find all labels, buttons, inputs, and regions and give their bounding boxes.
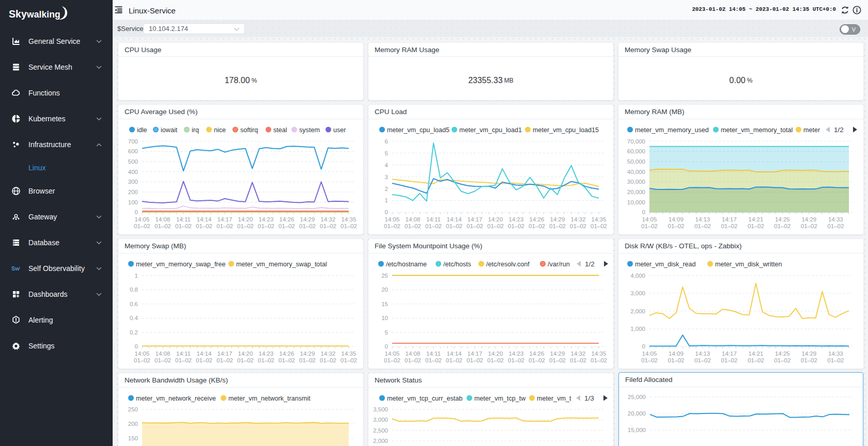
svg-text:01–02: 01–02: [529, 357, 545, 363]
svg-text:meter_vm_tcp_tw: meter_vm_tcp_tw: [474, 395, 526, 402]
svg-text:10,000: 10,000: [627, 199, 645, 205]
svg-text:01–02: 01–02: [641, 223, 658, 229]
svg-text:14:20: 14:20: [488, 216, 503, 222]
svg-text:25: 25: [381, 273, 388, 279]
svg-text:14:05: 14:05: [135, 216, 150, 222]
svg-text:2,500: 2,500: [373, 427, 388, 434]
svg-text:2,000: 2,000: [630, 308, 645, 314]
svg-text:01–02: 01–02: [549, 223, 566, 229]
svg-text:70,000: 70,000: [627, 138, 645, 145]
svg-text:14:25: 14:25: [775, 216, 790, 222]
svg-text:meter_vm_memory_swap_total: meter_vm_memory_swap_total: [236, 261, 327, 268]
svg-text:14:08: 14:08: [406, 216, 421, 222]
svg-text:14:17: 14:17: [722, 216, 737, 222]
svg-text:0: 0: [642, 209, 645, 215]
svg-text:0.6: 0.6: [130, 301, 138, 307]
svg-text:5: 5: [385, 329, 388, 336]
svg-text:14:26: 14:26: [280, 351, 295, 357]
svg-text:14:14: 14:14: [197, 216, 212, 222]
svg-text:25,000: 25,000: [628, 394, 646, 400]
svg-text:01–02: 01–02: [384, 357, 400, 363]
svg-text:01–02: 01–02: [570, 223, 586, 229]
svg-text:14:14: 14:14: [197, 351, 212, 357]
svg-text:meter_vm_cpu_load1: meter_vm_cpu_load1: [459, 126, 522, 134]
svg-text:200: 200: [128, 421, 138, 427]
svg-text:01–02: 01–02: [340, 357, 357, 363]
svg-text:01–02: 01–02: [196, 357, 212, 363]
svg-text:01–02: 01–02: [694, 357, 711, 363]
svg-text:/etc/resolv.conf: /etc/resolv.conf: [486, 261, 530, 268]
svg-text:14:21: 14:21: [749, 351, 764, 357]
svg-text:40,000: 40,000: [627, 169, 645, 175]
svg-text:01–02: 01–02: [258, 357, 274, 363]
svg-text:500: 500: [128, 158, 138, 165]
svg-text:3,000: 3,000: [373, 417, 388, 423]
svg-text:14:35: 14:35: [592, 216, 607, 222]
svg-text:14:29: 14:29: [801, 351, 816, 357]
svg-text:softirq: softirq: [240, 126, 258, 134]
svg-text:14:05: 14:05: [642, 216, 657, 222]
svg-text:14:20: 14:20: [238, 216, 253, 222]
svg-text:meter_vm_t: meter_vm_t: [537, 395, 571, 402]
svg-text:14:08: 14:08: [156, 351, 171, 357]
svg-text:0.8: 0.8: [130, 286, 138, 293]
svg-text:150: 150: [128, 435, 138, 441]
svg-text:14:11: 14:11: [426, 216, 441, 222]
svg-text:14:17: 14:17: [218, 216, 233, 222]
svg-text:01–02: 01–02: [774, 357, 791, 363]
svg-text:01–02: 01–02: [748, 223, 764, 229]
svg-text:14:17: 14:17: [218, 351, 233, 357]
svg-text:01–02: 01–02: [299, 223, 316, 229]
svg-text:10: 10: [381, 315, 388, 321]
svg-text:4,000: 4,000: [630, 273, 645, 279]
svg-text:30,000: 30,000: [627, 179, 645, 185]
svg-text:meter_vm_disk_read: meter_vm_disk_read: [635, 261, 696, 268]
svg-text:meter_vm_memory_swap_free: meter_vm_memory_swap_free: [136, 261, 226, 268]
svg-text:01–02: 01–02: [487, 357, 504, 363]
svg-text:14:05: 14:05: [135, 351, 150, 357]
svg-text:meter_vm_disk_written: meter_vm_disk_written: [715, 261, 782, 268]
svg-text:14:14: 14:14: [447, 216, 462, 222]
svg-text:14:25: 14:25: [775, 351, 790, 357]
svg-text:14:32: 14:32: [571, 351, 586, 357]
svg-text:0.2: 0.2: [130, 329, 138, 336]
svg-text:01–02: 01–02: [216, 357, 233, 363]
svg-text:1/2: 1/2: [834, 126, 844, 134]
svg-text:/var/run: /var/run: [548, 261, 570, 268]
svg-text:14:32: 14:32: [321, 216, 336, 222]
svg-text:01–02: 01–02: [134, 223, 150, 229]
svg-text:01–02: 01–02: [258, 223, 274, 229]
svg-text:250: 250: [128, 406, 138, 412]
svg-text:0: 0: [135, 343, 138, 349]
svg-text:meter_vm_network_transmit: meter_vm_network_transmit: [228, 395, 311, 402]
svg-text:01–02: 01–02: [425, 223, 442, 229]
svg-text:01–02: 01–02: [591, 223, 607, 229]
svg-text:01–02: 01–02: [278, 223, 295, 229]
svg-text:14:32: 14:32: [571, 216, 586, 222]
svg-text:01–02: 01–02: [668, 357, 685, 363]
svg-text:14:13: 14:13: [695, 351, 710, 357]
svg-text:14:17: 14:17: [468, 216, 483, 222]
svg-text:14:11: 14:11: [176, 216, 191, 222]
svg-text:idle: idle: [137, 126, 147, 134]
svg-text:300: 300: [128, 179, 138, 185]
svg-text:3,500: 3,500: [373, 406, 388, 412]
svg-text:14:23: 14:23: [509, 216, 524, 222]
svg-text:3: 3: [385, 174, 388, 180]
svg-text:01–02: 01–02: [134, 357, 150, 363]
svg-text:14:08: 14:08: [156, 216, 171, 222]
svg-text:0: 0: [642, 343, 645, 349]
svg-text:14:26: 14:26: [530, 351, 545, 357]
svg-text:01–02: 01–02: [487, 223, 504, 229]
svg-text:meter_vm_tcp_curr_estab: meter_vm_tcp_curr_estab: [387, 395, 462, 402]
svg-text:20,000: 20,000: [627, 189, 645, 195]
svg-text:system: system: [299, 126, 320, 134]
svg-text:400: 400: [128, 169, 138, 175]
svg-text:700: 700: [128, 138, 138, 145]
svg-text:0.4: 0.4: [130, 315, 138, 321]
svg-text:14:23: 14:23: [259, 216, 274, 222]
svg-text:14:33: 14:33: [828, 351, 843, 357]
svg-text:01–02: 01–02: [446, 223, 462, 229]
svg-text:01–02: 01–02: [508, 357, 524, 363]
svg-text:20: 20: [381, 286, 388, 293]
